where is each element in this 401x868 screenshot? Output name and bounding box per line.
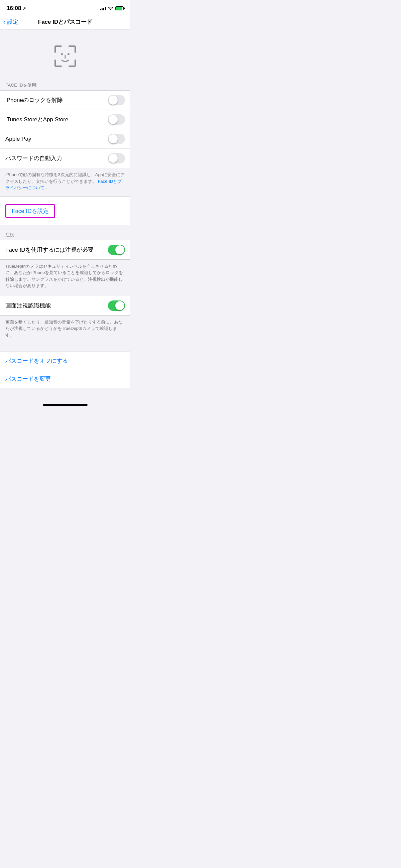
signal-bar-1	[100, 9, 101, 10]
time-display: 16:08	[7, 5, 21, 12]
apple-pay-toggle[interactable]	[108, 134, 125, 144]
face-id-icon	[52, 43, 79, 69]
signal-bar-2	[101, 8, 102, 10]
face-id-icon-section	[0, 29, 130, 80]
itunes-appstore-label: iTunes StoreとApp Store	[5, 116, 68, 123]
face-id-setup-section: Face IDを設定	[0, 197, 130, 225]
turn-off-passcode-label[interactable]: パスコードをオフにする	[5, 357, 68, 365]
face-id-section-header: FACE IDを使用:	[0, 80, 130, 90]
home-bar[interactable]	[43, 404, 88, 406]
screen-attention-toggle[interactable]	[108, 301, 125, 311]
signal-bar-4	[105, 7, 106, 10]
itunes-appstore-row[interactable]: iTunes StoreとApp Store	[0, 110, 130, 129]
location-icon: ↗	[22, 6, 26, 11]
itunes-appstore-toggle[interactable]	[108, 114, 125, 125]
face-id-description: iPhoneで顔の固有な特徴を3次元的に認識し、Appに安全にアクセスしたり、支…	[5, 172, 125, 191]
change-passcode-row[interactable]: パスコードを変更	[0, 370, 130, 388]
attention-toggle-label: Face IDを使用するには注視が必要	[5, 246, 94, 254]
change-passcode-label[interactable]: パスコードを変更	[5, 375, 51, 383]
nav-bar: ‹ 設定 Face IDとパスコード	[0, 15, 130, 29]
face-id-setup-highlight: Face IDを設定	[5, 204, 55, 218]
apple-pay-knob	[109, 134, 118, 144]
wifi-icon	[108, 6, 113, 11]
turn-off-passcode-row[interactable]: パスコードをオフにする	[0, 352, 130, 370]
iphone-unlock-knob	[109, 96, 118, 104]
svg-point-1	[67, 53, 69, 55]
bottom-spacer	[0, 388, 130, 395]
bottom-spacer2	[0, 395, 130, 401]
face-id-setup-row[interactable]: Face IDを設定	[0, 197, 130, 225]
signal-bar-3	[103, 8, 104, 10]
content: FACE IDを使用: iPhoneのロックを解除 iTunes StoreとA…	[0, 29, 130, 401]
apple-pay-row[interactable]: Apple Pay	[0, 129, 130, 149]
screen-attention-knob	[115, 301, 124, 310]
attention-description-section: TrueDepthカメラはセキュリティレベルを向上させるために、あなたがiPho…	[0, 260, 130, 296]
page-title: Face IDとパスコード	[38, 18, 92, 26]
attention-group: Face IDを使用するには注視が必要	[0, 240, 130, 260]
back-chevron-icon: ‹	[3, 18, 6, 26]
status-icons	[100, 6, 124, 11]
face-id-usage-group: iPhoneのロックを解除 iTunes StoreとApp Store App…	[0, 90, 130, 168]
itunes-appstore-knob	[109, 115, 118, 124]
face-id-description-section: iPhoneで顔の固有な特徴を3次元的に認識し、Appに安全にアクセスしたり、支…	[0, 168, 130, 197]
back-label: 設定	[7, 18, 19, 26]
screen-attention-description-section: 画面を暗くしたり、通知音の音量を下げたりする前に、あなたが注視しているかどうかを…	[0, 315, 130, 345]
apple-pay-label: Apple Pay	[5, 136, 31, 143]
battery-icon	[115, 6, 124, 10]
screen-attention-label: 画面注視認識機能	[5, 302, 51, 310]
password-autofill-toggle[interactable]	[108, 153, 125, 163]
screen-attention-description: 画面を暗くしたり、通知音の音量を下げたりする前に、あなたが注視しているかどうかを…	[5, 319, 125, 339]
iphone-unlock-row[interactable]: iPhoneのロックを解除	[0, 91, 130, 110]
screen-attention-row[interactable]: 画面注視認識機能	[0, 296, 130, 315]
password-autofill-row[interactable]: パスワードの自動入力	[0, 149, 130, 168]
attention-toggle-row[interactable]: Face IDを使用するには注視が必要	[0, 240, 130, 259]
iphone-unlock-toggle[interactable]	[108, 95, 125, 105]
home-indicator	[0, 401, 130, 408]
back-button[interactable]: ‹ 設定	[3, 18, 19, 26]
face-id-setup-label[interactable]: Face IDを設定	[12, 207, 49, 215]
attention-toggle[interactable]	[108, 245, 125, 255]
attention-section-header: 注視	[0, 225, 130, 240]
svg-point-0	[61, 53, 63, 55]
password-autofill-label: パスワードの自動入力	[5, 154, 62, 162]
password-autofill-knob	[109, 154, 118, 163]
status-bar: 16:08 ↗	[0, 0, 130, 15]
status-time: 16:08 ↗	[7, 5, 26, 12]
attention-toggle-knob	[115, 245, 124, 254]
passcode-section: パスコードをオフにする パスコードを変更	[0, 351, 130, 388]
screen-attention-group: 画面注視認識機能	[0, 296, 130, 315]
signal-bars-icon	[100, 6, 106, 10]
iphone-unlock-label: iPhoneのロックを解除	[5, 96, 63, 104]
attention-description: TrueDepthカメラはセキュリティレベルを向上させるために、あなたがiPho…	[5, 263, 125, 289]
